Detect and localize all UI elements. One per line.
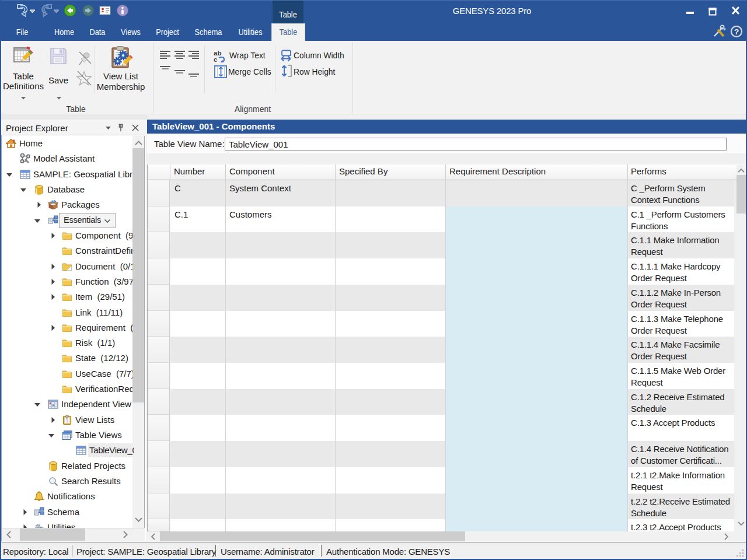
svg-text:c: c (214, 56, 218, 62)
svg-text:?: ? (734, 27, 739, 36)
